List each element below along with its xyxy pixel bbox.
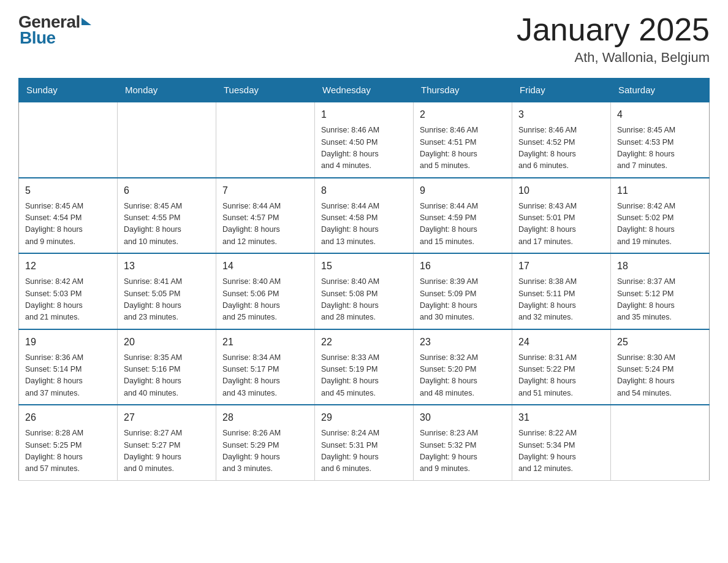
day-info: Sunrise: 8:22 AM Sunset: 5:34 PM Dayligh…: [518, 427, 604, 475]
day-info: Sunrise: 8:34 AM Sunset: 5:17 PM Dayligh…: [222, 352, 308, 400]
day-cell: 31Sunrise: 8:22 AM Sunset: 5:34 PM Dayli…: [512, 405, 611, 480]
header-row: SundayMondayTuesdayWednesdayThursdayFrid…: [19, 79, 710, 102]
day-cell: 2Sunrise: 8:46 AM Sunset: 4:51 PM Daylig…: [414, 102, 512, 178]
day-number: 19: [25, 335, 111, 350]
day-number: 24: [518, 335, 604, 350]
day-cell: 13Sunrise: 8:41 AM Sunset: 5:05 PM Dayli…: [118, 253, 216, 329]
day-number: 31: [518, 410, 604, 425]
logo-blue-text: Blue: [18, 28, 91, 48]
day-cell: 12Sunrise: 8:42 AM Sunset: 5:03 PM Dayli…: [19, 253, 118, 329]
day-number: 26: [25, 410, 111, 425]
title-area: January 2025 Ath, Wallonia, Belgium: [517, 12, 710, 66]
day-cell: 22Sunrise: 8:33 AM Sunset: 5:19 PM Dayli…: [315, 329, 414, 405]
day-info: Sunrise: 8:39 AM Sunset: 5:09 PM Dayligh…: [420, 276, 506, 324]
day-number: 29: [321, 410, 407, 425]
day-cell: 21Sunrise: 8:34 AM Sunset: 5:17 PM Dayli…: [216, 329, 315, 405]
day-info: Sunrise: 8:32 AM Sunset: 5:20 PM Dayligh…: [420, 352, 506, 400]
day-number: 8: [321, 183, 407, 198]
day-number: 11: [617, 183, 703, 198]
day-cell: [118, 102, 216, 178]
day-number: 10: [518, 183, 604, 198]
day-cell: 24Sunrise: 8:31 AM Sunset: 5:22 PM Dayli…: [512, 329, 611, 405]
day-info: Sunrise: 8:46 AM Sunset: 4:52 PM Dayligh…: [518, 124, 604, 172]
day-cell: 19Sunrise: 8:36 AM Sunset: 5:14 PM Dayli…: [19, 329, 118, 405]
day-number: 5: [25, 183, 111, 198]
day-info: Sunrise: 8:42 AM Sunset: 5:03 PM Dayligh…: [25, 276, 111, 324]
day-info: Sunrise: 8:35 AM Sunset: 5:16 PM Dayligh…: [124, 352, 210, 400]
day-cell: 9Sunrise: 8:44 AM Sunset: 4:59 PM Daylig…: [414, 178, 512, 254]
day-cell: 1Sunrise: 8:46 AM Sunset: 4:50 PM Daylig…: [315, 102, 414, 178]
day-cell: 20Sunrise: 8:35 AM Sunset: 5:16 PM Dayli…: [118, 329, 216, 405]
day-info: Sunrise: 8:45 AM Sunset: 4:55 PM Dayligh…: [124, 201, 210, 248]
day-cell: 5Sunrise: 8:45 AM Sunset: 4:54 PM Daylig…: [19, 178, 118, 254]
day-cell: 28Sunrise: 8:26 AM Sunset: 5:29 PM Dayli…: [216, 405, 315, 480]
day-info: Sunrise: 8:46 AM Sunset: 4:51 PM Dayligh…: [420, 124, 506, 172]
day-number: 7: [222, 183, 308, 198]
day-cell: 25Sunrise: 8:30 AM Sunset: 5:24 PM Dayli…: [611, 329, 710, 405]
day-info: Sunrise: 8:33 AM Sunset: 5:19 PM Dayligh…: [321, 352, 407, 400]
day-cell: [611, 405, 710, 480]
calendar-table: SundayMondayTuesdayWednesdayThursdayFrid…: [18, 78, 710, 481]
day-cell: [19, 102, 118, 178]
day-number: 27: [124, 410, 210, 425]
day-info: Sunrise: 8:27 AM Sunset: 5:27 PM Dayligh…: [124, 427, 210, 475]
day-number: 2: [420, 107, 506, 122]
day-cell: 16Sunrise: 8:39 AM Sunset: 5:09 PM Dayli…: [414, 253, 512, 329]
header-day-saturday: Saturday: [611, 79, 710, 102]
day-number: 15: [321, 259, 407, 274]
day-number: 18: [617, 259, 703, 274]
day-cell: 3Sunrise: 8:46 AM Sunset: 4:52 PM Daylig…: [512, 102, 611, 178]
day-info: Sunrise: 8:44 AM Sunset: 4:58 PM Dayligh…: [321, 201, 407, 248]
day-cell: 14Sunrise: 8:40 AM Sunset: 5:06 PM Dayli…: [216, 253, 315, 329]
page-header: General Blue January 2025 Ath, Wallonia,…: [18, 12, 710, 66]
day-cell: 8Sunrise: 8:44 AM Sunset: 4:58 PM Daylig…: [315, 178, 414, 254]
day-number: 6: [124, 183, 210, 198]
day-info: Sunrise: 8:30 AM Sunset: 5:24 PM Dayligh…: [617, 352, 703, 400]
day-cell: 18Sunrise: 8:37 AM Sunset: 5:12 PM Dayli…: [611, 253, 710, 329]
day-info: Sunrise: 8:26 AM Sunset: 5:29 PM Dayligh…: [222, 427, 308, 475]
day-number: 20: [124, 335, 210, 350]
day-info: Sunrise: 8:24 AM Sunset: 5:31 PM Dayligh…: [321, 427, 407, 475]
day-number: 14: [222, 259, 308, 274]
week-row-1: 1Sunrise: 8:46 AM Sunset: 4:50 PM Daylig…: [19, 102, 710, 178]
day-number: 17: [518, 259, 604, 274]
day-cell: 29Sunrise: 8:24 AM Sunset: 5:31 PM Dayli…: [315, 405, 414, 480]
day-number: 28: [222, 410, 308, 425]
day-info: Sunrise: 8:37 AM Sunset: 5:12 PM Dayligh…: [617, 276, 703, 324]
header-day-wednesday: Wednesday: [315, 79, 414, 102]
day-cell: [216, 102, 315, 178]
day-number: 4: [617, 107, 703, 122]
day-number: 30: [420, 410, 506, 425]
day-info: Sunrise: 8:36 AM Sunset: 5:14 PM Dayligh…: [25, 352, 111, 400]
day-info: Sunrise: 8:44 AM Sunset: 4:59 PM Dayligh…: [420, 201, 506, 248]
day-cell: 4Sunrise: 8:45 AM Sunset: 4:53 PM Daylig…: [611, 102, 710, 178]
day-cell: 30Sunrise: 8:23 AM Sunset: 5:32 PM Dayli…: [414, 405, 512, 480]
day-number: 1: [321, 107, 407, 122]
day-number: 23: [420, 335, 506, 350]
day-number: 13: [124, 259, 210, 274]
day-number: 3: [518, 107, 604, 122]
day-info: Sunrise: 8:42 AM Sunset: 5:02 PM Dayligh…: [617, 201, 703, 248]
week-row-2: 5Sunrise: 8:45 AM Sunset: 4:54 PM Daylig…: [19, 178, 710, 254]
day-cell: 11Sunrise: 8:42 AM Sunset: 5:02 PM Dayli…: [611, 178, 710, 254]
day-info: Sunrise: 8:43 AM Sunset: 5:01 PM Dayligh…: [518, 201, 604, 248]
calendar-subtitle: Ath, Wallonia, Belgium: [517, 50, 710, 66]
logo: General Blue: [18, 12, 91, 48]
day-number: 9: [420, 183, 506, 198]
day-cell: 26Sunrise: 8:28 AM Sunset: 5:25 PM Dayli…: [19, 405, 118, 480]
day-info: Sunrise: 8:45 AM Sunset: 4:53 PM Dayligh…: [617, 124, 703, 172]
day-info: Sunrise: 8:40 AM Sunset: 5:06 PM Dayligh…: [222, 276, 308, 324]
header-day-friday: Friday: [512, 79, 611, 102]
day-cell: 6Sunrise: 8:45 AM Sunset: 4:55 PM Daylig…: [118, 178, 216, 254]
day-info: Sunrise: 8:23 AM Sunset: 5:32 PM Dayligh…: [420, 427, 506, 475]
calendar-title: January 2025: [517, 12, 710, 47]
day-cell: 17Sunrise: 8:38 AM Sunset: 5:11 PM Dayli…: [512, 253, 611, 329]
logo-triangle-icon: [82, 18, 91, 25]
header-day-sunday: Sunday: [19, 79, 118, 102]
day-number: 12: [25, 259, 111, 274]
week-row-5: 26Sunrise: 8:28 AM Sunset: 5:25 PM Dayli…: [19, 405, 710, 480]
week-row-3: 12Sunrise: 8:42 AM Sunset: 5:03 PM Dayli…: [19, 253, 710, 329]
day-info: Sunrise: 8:38 AM Sunset: 5:11 PM Dayligh…: [518, 276, 604, 324]
day-cell: 27Sunrise: 8:27 AM Sunset: 5:27 PM Dayli…: [118, 405, 216, 480]
header-day-thursday: Thursday: [414, 79, 512, 102]
